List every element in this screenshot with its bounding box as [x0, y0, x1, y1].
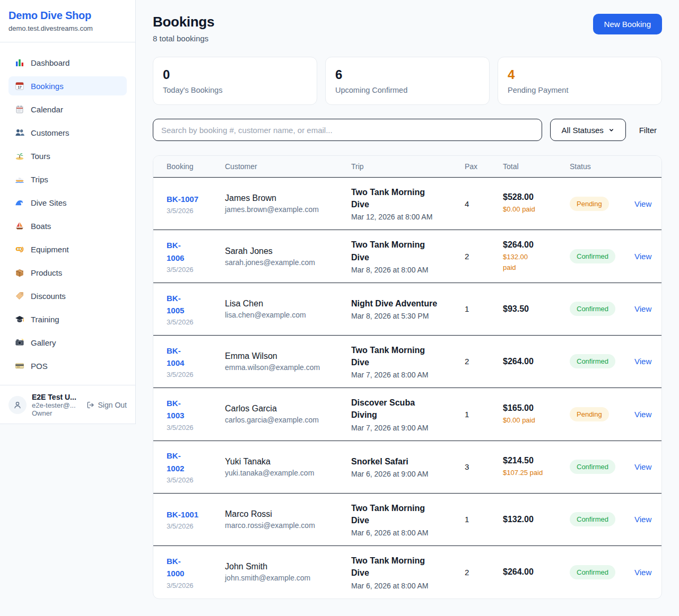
trip-name: Two Tank Morning Dive — [351, 502, 440, 526]
view-link[interactable]: View — [634, 410, 651, 419]
trip-datetime: Mar 7, 2026 at 9:00 AM — [351, 424, 452, 432]
total-amount: $165.00 — [503, 403, 557, 413]
avatar — [8, 396, 27, 414]
sidebar-header: Demo Dive Shop demo.test.divestreams.com — [0, 0, 135, 42]
total-amount: $264.00 — [503, 567, 557, 577]
sidebar-item-customers[interactable]: Customers — [8, 123, 127, 142]
shop-name: Demo Dive Shop — [8, 10, 127, 22]
sidebar-item-training[interactable]: Training — [8, 310, 127, 329]
booking-date: 3/5/2026 — [167, 424, 212, 432]
booking-id-link[interactable]: BK- 1003 — [167, 397, 184, 422]
pax-cell: 2 — [458, 243, 497, 269]
booking-id-link[interactable]: BK-1007 — [167, 193, 198, 205]
page-title: Bookings — [153, 14, 214, 30]
sidebar-item-calendar[interactable]: Calendar — [8, 100, 127, 119]
status-badge: Confirmed — [570, 302, 615, 316]
new-booking-button[interactable]: New Booking — [593, 14, 662, 34]
column-header-trip: Trip — [345, 156, 458, 177]
booking-id-link[interactable]: BK-1001 — [167, 508, 198, 521]
pax-cell: 4 — [458, 191, 497, 217]
sidebar-item-equipment[interactable]: Equipment — [8, 240, 127, 259]
paid-amount: $107.25 paid — [503, 468, 557, 478]
graduation-cap-icon — [15, 314, 24, 324]
sign-out-button[interactable]: Sign Out — [86, 401, 127, 409]
total-cell: $264.00$132.00 paid — [497, 232, 563, 281]
stat-value: 0 — [163, 67, 307, 82]
sidebar-item-label: Discounts — [31, 292, 66, 301]
sidebar-item-dashboard[interactable]: Dashboard — [8, 53, 127, 72]
sidebar-item-trips[interactable]: Trips — [8, 170, 127, 189]
sidebar-item-label: Dive Sites — [31, 198, 67, 207]
search-input[interactable] — [153, 119, 542, 141]
view-link[interactable]: View — [634, 199, 651, 208]
stat-card-upcoming-confirmed: 6Upcoming Confirmed — [325, 57, 490, 105]
trip-cell: Snorkel SafariMar 6, 2026 at 9:00 AM — [345, 447, 458, 487]
tag-icon — [15, 291, 24, 301]
sidebar-item-discounts[interactable]: Discounts — [8, 286, 127, 305]
trip-cell: Two Tank Morning DiveMar 6, 2026 at 8:00… — [345, 494, 458, 545]
view-link[interactable]: View — [634, 568, 651, 577]
paid-amount: $132.00 paid — [503, 252, 557, 272]
svg-text:17: 17 — [18, 85, 22, 89]
booking-id-link[interactable]: BK- 1005 — [167, 292, 184, 317]
user-email: e2e-tester@... — [32, 401, 81, 409]
customer-email: marco.rossi@example.com — [225, 521, 338, 530]
booking-id-link[interactable]: BK- 1004 — [167, 345, 184, 369]
page-header: Bookings 8 total bookings New Booking — [153, 14, 662, 43]
stat-value: 6 — [335, 67, 480, 82]
view-link[interactable]: View — [634, 252, 651, 261]
view-link[interactable]: View — [634, 515, 651, 524]
sidebar-item-label: POS — [31, 362, 48, 371]
stat-label: Upcoming Confirmed — [335, 86, 480, 94]
customer-cell: Lisa Chenlisa.chen@example.com — [219, 291, 345, 328]
filter-button[interactable]: Filter — [634, 126, 662, 135]
customer-name: Sarah Jones — [225, 247, 338, 256]
status-filter-select[interactable]: All Statuses — [550, 119, 626, 141]
customer-cell: Emma Wilsonemma.wilson@example.com — [219, 343, 345, 380]
page-header-text: Bookings 8 total bookings — [153, 14, 214, 43]
column-header-actions — [628, 156, 661, 177]
filter-row: All Statuses Filter — [153, 119, 662, 141]
sidebar-item-bookings[interactable]: 17Bookings — [8, 76, 127, 95]
sidebar-item-label: Gallery — [31, 338, 56, 347]
sidebar-item-dive-sites[interactable]: Dive Sites — [8, 193, 127, 212]
trip-name: Two Tank Morning Dive — [351, 344, 440, 368]
booking-cell: BK-10073/5/2026 — [153, 184, 219, 223]
booking-id-link[interactable]: BK- 1002 — [167, 450, 184, 474]
people-icon — [15, 128, 24, 137]
status-badge: Confirmed — [570, 249, 615, 263]
sidebar-item-boats[interactable]: Boats — [8, 216, 127, 235]
booking-cell: BK- 10053/5/2026 — [153, 284, 219, 335]
sidebar-item-gallery[interactable]: Gallery — [8, 333, 127, 352]
booking-date: 3/5/2026 — [167, 522, 212, 530]
booking-id-link[interactable]: BK- 1006 — [167, 239, 184, 264]
customer-email: lisa.chen@example.com — [225, 311, 338, 319]
table-row: BK- 10033/5/2026Carlos Garciacarlos.garc… — [153, 388, 661, 441]
trip-name: Snorkel Safari — [351, 455, 440, 468]
total-amount: $528.00 — [503, 192, 557, 202]
view-link[interactable]: View — [634, 304, 651, 313]
customer-name: Lisa Chen — [225, 299, 338, 309]
pax-cell: 3 — [458, 454, 497, 480]
booking-date: 3/5/2026 — [167, 207, 212, 215]
sidebar-item-label: Training — [31, 315, 59, 324]
customer-email: emma.wilson@example.com — [225, 363, 338, 372]
booking-id-link[interactable]: BK- 1000 — [167, 555, 184, 580]
view-link[interactable]: View — [634, 462, 651, 471]
table-body: BK-10073/5/2026James Brownjames.brown@ex… — [153, 178, 661, 599]
view-link[interactable]: View — [634, 357, 651, 366]
sidebar: Demo Dive Shop demo.test.divestreams.com… — [0, 0, 136, 424]
sidebar-item-tours[interactable]: Tours — [8, 146, 127, 165]
sidebar-item-pos[interactable]: POS — [8, 356, 127, 375]
customer-cell: Sarah Jonessarah.jones@example.com — [219, 238, 345, 275]
booking-cell: BK- 10033/5/2026 — [153, 389, 219, 440]
status-cell: Confirmed — [563, 451, 628, 482]
customer-email: sarah.jones@example.com — [225, 258, 338, 267]
bookings-table: BookingCustomerTripPaxTotalStatus BK-100… — [153, 155, 662, 599]
sidebar-item-products[interactable]: Products — [8, 263, 127, 282]
status-cell: Confirmed — [563, 293, 628, 324]
sign-out-icon — [86, 401, 95, 409]
sign-out-label: Sign Out — [98, 401, 127, 409]
customer-email: james.brown@example.com — [225, 205, 338, 214]
table-row: BK- 10063/5/2026Sarah Jonessarah.jones@e… — [153, 230, 661, 283]
